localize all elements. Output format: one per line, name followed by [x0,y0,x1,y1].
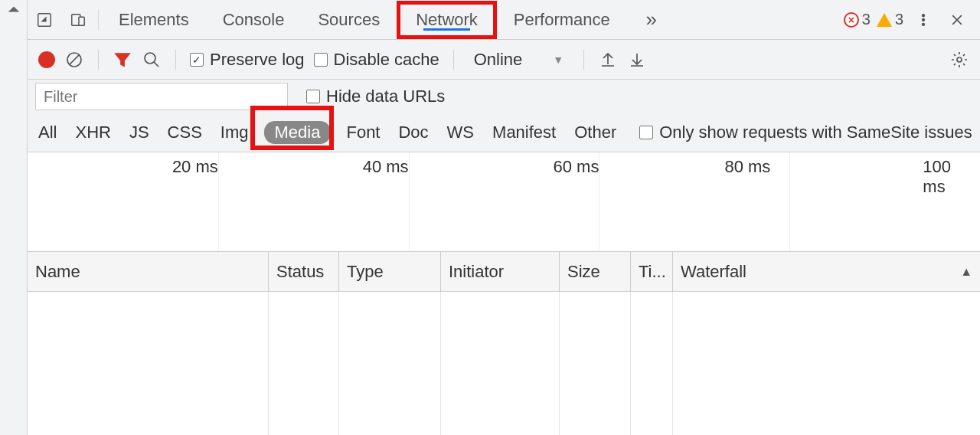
throttling-value: Online [474,50,523,70]
devtools-tabs: Elements Console Sources Network Perform… [28,0,980,40]
tab-elements[interactable]: Elements [102,0,206,40]
highlight-network: Network [397,1,497,39]
filter-media[interactable]: Media [264,121,332,144]
disable-cache-checkbox[interactable]: Disable cache [314,50,439,70]
svg-point-8 [957,57,962,62]
sort-asc-icon: ▲ [960,265,972,279]
tick-label: 80 ms [724,157,770,177]
close-devtools[interactable] [943,6,971,34]
checkbox-icon [314,53,328,67]
search-icon[interactable] [142,50,162,70]
dropdown-icon: ▼ [553,54,564,66]
preserve-log-label: Preserve log [210,50,305,70]
filter-font[interactable]: Font [343,121,383,144]
divider [453,50,454,70]
col-name[interactable]: Name [28,252,269,291]
inspect-icon[interactable] [28,0,61,40]
tab-network[interactable]: Network [416,10,478,30]
filter-input[interactable] [35,83,288,110]
settings-icon[interactable] [949,50,969,70]
tabs-overflow[interactable]: » [636,8,667,31]
divider [583,50,584,70]
svg-point-5 [923,23,925,25]
preserve-log-checkbox[interactable]: Preserve log [190,50,305,70]
col-type[interactable]: Type [339,252,441,291]
checkbox-icon [639,126,653,139]
filter-css[interactable]: CSS [165,121,205,144]
divider [98,50,99,70]
tab-console[interactable]: Console [206,0,302,40]
filter-doc[interactable]: Doc [395,121,431,144]
warning-icon [877,13,892,27]
device-toggle-icon[interactable] [61,0,95,40]
network-toolbar: Preserve log Disable cache Online ▼ [28,40,980,80]
filter-manifest[interactable]: Manifest [489,121,559,144]
record-button[interactable] [38,51,55,68]
tab-sources[interactable]: Sources [301,0,397,40]
svg-rect-2 [79,17,84,25]
filter-img[interactable]: Img [217,121,252,144]
throttling-select[interactable]: Online ▼ [468,50,570,70]
divider [98,9,99,31]
tick-label: 20 ms [172,157,218,177]
samesite-label: Only show requests with SameSite issues [659,123,972,142]
filter-other[interactable]: Other [571,121,619,144]
error-icon: × [844,12,859,28]
overview-timeline[interactable]: 20 ms 40 ms 60 ms 80 ms 100 ms [28,152,980,252]
filter-js[interactable]: JS [126,121,152,144]
filter-xhr[interactable]: XHR [72,121,113,144]
filter-ws[interactable]: WS [444,121,477,144]
hide-data-urls-checkbox[interactable]: Hide data URLs [306,87,445,106]
filter-icon[interactable] [113,50,132,70]
samesite-checkbox[interactable]: Only show requests with SameSite issues [639,123,972,142]
warning-count[interactable]: 3 [877,11,903,28]
drawer-gutter[interactable] [0,0,28,435]
col-waterfall-label: Waterfall [681,262,746,282]
col-status[interactable]: Status [269,252,339,291]
checkbox-icon [190,53,204,67]
error-count-value: 3 [862,11,871,28]
tick-label: 60 ms [553,157,599,177]
table-body [28,292,980,435]
disable-cache-label: Disable cache [334,50,439,70]
tick-label: 100 ms [923,157,951,197]
col-initiator[interactable]: Initiator [441,252,560,291]
hide-data-urls-label: Hide data URLs [326,87,445,106]
divider [175,50,176,70]
requests-table: Name Status Type Initiator Size Ti... Wa… [28,252,980,435]
col-waterfall[interactable]: Waterfall ▲ [673,252,980,291]
table-header: Name Status Type Initiator Size Ti... Wa… [28,252,980,292]
warning-count-value: 3 [895,11,903,28]
checkbox-icon [306,90,320,103]
error-count[interactable]: × 3 [844,11,871,28]
download-har-icon[interactable] [627,50,647,70]
svg-point-7 [145,53,155,64]
col-time[interactable]: Ti... [631,252,673,291]
tab-performance[interactable]: Performance [497,0,627,40]
col-size[interactable]: Size [560,252,631,291]
filter-bar: Hide data URLs All XHR JS CSS Img Media … [28,80,980,152]
more-menu[interactable] [910,6,937,34]
filter-all[interactable]: All [35,121,60,144]
upload-har-icon[interactable] [598,50,618,70]
svg-point-3 [923,14,925,16]
clear-icon[interactable] [64,50,84,70]
svg-point-4 [923,18,925,21]
tick-label: 40 ms [363,157,409,177]
